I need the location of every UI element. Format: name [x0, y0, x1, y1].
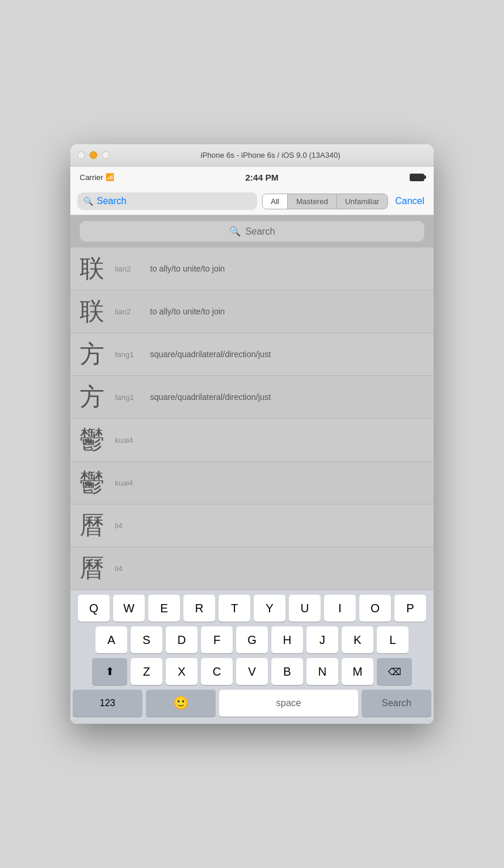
key-q[interactable]: Q: [78, 595, 110, 622]
wifi-icon: 📶: [105, 173, 114, 181]
definition: to ally/to unite/to join: [150, 307, 424, 316]
keyboard-row-1: Q W E R T Y U I O P: [73, 595, 431, 622]
key-w[interactable]: W: [113, 595, 145, 622]
key-f[interactable]: F: [201, 626, 233, 653]
key-m[interactable]: M: [342, 658, 373, 685]
emoji-key[interactable]: 🙂: [146, 690, 216, 717]
chinese-character: 方: [80, 381, 115, 413]
key-k[interactable]: K: [342, 626, 373, 653]
key-x[interactable]: X: [166, 658, 197, 685]
key-u[interactable]: U: [289, 595, 321, 622]
keyboard-row-3: ⬆ Z X C V B N M ⌫: [73, 658, 431, 685]
key-e[interactable]: E: [148, 595, 180, 622]
key-d[interactable]: D: [166, 626, 197, 653]
key-n[interactable]: N: [307, 658, 338, 685]
key-p[interactable]: P: [394, 595, 426, 622]
pinyin: kuai4: [115, 436, 150, 445]
chinese-character: 鬱: [80, 423, 115, 456]
time-label: 2:44 PM: [246, 172, 279, 182]
key-b[interactable]: B: [271, 658, 303, 685]
keyboard-row-4: 123 🙂 space Search: [73, 690, 431, 717]
list-item[interactable]: 联 lian2 to ally/to unite/to join: [70, 290, 434, 333]
key-c[interactable]: C: [201, 658, 233, 685]
pinyin: li4: [115, 564, 150, 573]
chinese-character: 方: [80, 338, 115, 371]
search-icon: 🔍: [83, 196, 93, 206]
char-list: 联 lian2 to ally/to unite/to join 联 lian2…: [70, 247, 434, 590]
list-item[interactable]: 方 fang1 square/quadrilateral/direction/j…: [70, 333, 434, 376]
search-input[interactable]: [97, 196, 251, 206]
pinyin: fang1: [115, 350, 150, 359]
chinese-character: 曆: [80, 509, 115, 542]
mac-window: iPhone 6s - iPhone 6s / iOS 9.0 (13A340)…: [70, 144, 434, 724]
key-i[interactable]: I: [324, 595, 356, 622]
chinese-character: 联: [80, 295, 115, 328]
key-a[interactable]: A: [96, 626, 127, 653]
pinyin: li4: [115, 521, 150, 530]
key-o[interactable]: O: [359, 595, 391, 622]
cancel-button[interactable]: Cancel: [393, 196, 427, 206]
space-key[interactable]: space: [219, 690, 359, 717]
segment-control: All Mastered Unfamiliar: [262, 194, 388, 209]
definition: to ally/to unite/to join: [150, 264, 424, 273]
key-l[interactable]: L: [377, 626, 408, 653]
status-bar: Carrier 📶 2:44 PM: [70, 167, 434, 188]
dict-search-icon: 🔍: [229, 226, 241, 237]
definition: square/quadrilateral/direction/just: [150, 350, 424, 359]
iphone-frame: Carrier 📶 2:44 PM 🔍 All Mastered Unfamil…: [70, 167, 434, 724]
list-item[interactable]: 方 fang1 square/quadrilateral/direction/j…: [70, 376, 434, 419]
pinyin: fang1: [115, 393, 150, 402]
close-button[interactable]: [77, 151, 85, 159]
key-t[interactable]: T: [219, 595, 250, 622]
key-v[interactable]: V: [236, 658, 268, 685]
search-key[interactable]: Search: [362, 690, 431, 717]
minimize-button[interactable]: [90, 151, 97, 159]
dictionary-search-bar: 🔍 Search: [70, 215, 434, 247]
list-item[interactable]: 联 lian2 to ally/to unite/to join: [70, 247, 434, 290]
backspace-key[interactable]: ⌫: [377, 658, 412, 685]
list-item[interactable]: 鬱 kuai4: [70, 462, 434, 504]
list-item[interactable]: 鬱 kuai4: [70, 419, 434, 462]
pinyin: lian2: [115, 307, 150, 316]
number-key[interactable]: 123: [73, 690, 142, 717]
keyboard: Q W E R T Y U I O P A S D F G H J K: [70, 590, 434, 724]
key-z[interactable]: Z: [131, 658, 162, 685]
window-title: iPhone 6s - iPhone 6s / iOS 9.0 (13A340): [114, 151, 427, 160]
mac-titlebar: iPhone 6s - iPhone 6s / iOS 9.0 (13A340): [70, 144, 434, 167]
key-s[interactable]: S: [131, 626, 162, 653]
tab-all[interactable]: All: [263, 194, 288, 209]
maximize-button[interactable]: [102, 151, 110, 159]
pinyin: kuai4: [115, 479, 150, 487]
chinese-character: 鬱: [80, 466, 115, 499]
key-r[interactable]: R: [183, 595, 215, 622]
nav-bar: 🔍 All Mastered Unfamiliar Cancel: [70, 188, 434, 215]
list-item[interactable]: 曆 li4: [70, 547, 434, 590]
carrier-label: Carrier 📶: [80, 173, 114, 182]
chinese-character: 曆: [80, 552, 115, 585]
chinese-character: 联: [80, 252, 115, 285]
content-area: 🔍 Search 联 lian2 to ally/to unite/to joi…: [70, 215, 434, 590]
search-input-container[interactable]: 🔍: [77, 192, 257, 210]
keyboard-row-2: A S D F G H J K L: [73, 626, 431, 653]
key-h[interactable]: H: [271, 626, 303, 653]
key-g[interactable]: G: [236, 626, 268, 653]
tab-unfamiliar[interactable]: Unfamiliar: [337, 194, 388, 209]
shift-key[interactable]: ⬆: [92, 658, 127, 685]
key-y[interactable]: Y: [254, 595, 285, 622]
pinyin: lian2: [115, 265, 150, 273]
key-j[interactable]: J: [307, 626, 338, 653]
battery-icon: [410, 174, 424, 181]
definition: square/quadrilateral/direction/just: [150, 392, 424, 402]
tab-mastered[interactable]: Mastered: [288, 194, 336, 209]
list-item[interactable]: 曆 li4: [70, 504, 434, 547]
dict-search-box[interactable]: 🔍 Search: [80, 221, 424, 242]
